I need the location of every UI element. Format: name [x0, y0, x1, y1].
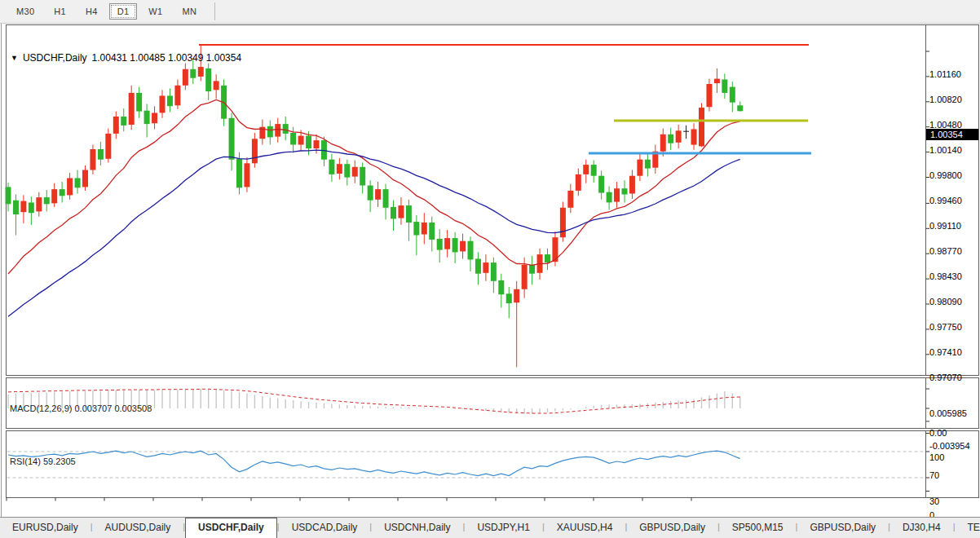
bottom-tab-tech100-h1[interactable]: TECH100,H1 — [956, 518, 980, 538]
timeframe-button-d1[interactable]: D1 — [109, 3, 138, 20]
macd-tick-label: 0.00 — [929, 428, 947, 438]
current-price-tag: 1.00354 — [926, 129, 978, 140]
rsi-indicator-label: RSI(14) 59.2305 — [10, 456, 76, 466]
symbol-dropdown-icon[interactable]: ▼ — [11, 55, 18, 62]
bottom-tab-eurusd-daily[interactable]: EURUSD,Daily — [0, 518, 90, 538]
bottom-tab-dj30-h4[interactable]: DJ30,H4 — [890, 518, 953, 538]
window-left-border — [1, 24, 2, 517]
bottom-tab-sp500-m15[interactable]: SP500,M15 — [720, 518, 796, 538]
price-tick-label: 1.00140 — [929, 145, 962, 155]
price-tick-label: 0.98090 — [929, 297, 962, 306]
chart-ohlc-values: 1.00431 1.00485 1.00349 1.00354 — [92, 52, 242, 64]
price-tick-label: 1.01160 — [929, 69, 961, 79]
bottom-tab-usdchf-daily[interactable]: USDCHF,Daily — [185, 518, 277, 538]
timeframe-button-m30[interactable]: M30 — [8, 3, 42, 20]
price-tick-label: 1.00820 — [929, 95, 962, 104]
price-tick-label: 0.99460 — [929, 196, 962, 205]
price-tick-label: 0.97410 — [929, 347, 962, 357]
bottom-tab-gbpusd-daily[interactable]: GBPUSD,Daily — [627, 518, 717, 538]
rsi-tick-label: 70 — [929, 470, 939, 480]
timeframe-button-h1[interactable]: H1 — [46, 3, 74, 20]
chart-canvas[interactable] — [0, 24, 980, 517]
bottom-tab-usdcad-daily[interactable]: USDCAD,Daily — [280, 518, 370, 538]
macd-tick-label: 0.005985 — [929, 408, 967, 418]
toolbar-separator — [214, 2, 215, 20]
timeframe-button-w1[interactable]: W1 — [140, 3, 170, 20]
bottom-tab-audusd-daily[interactable]: AUDUSD,Daily — [93, 518, 183, 538]
timeframe-button-mn[interactable]: MN — [174, 3, 205, 20]
price-tick-label: 0.97750 — [929, 322, 962, 332]
timeframe-button-h4[interactable]: H4 — [77, 3, 106, 20]
price-tick-label: 0.99110 — [929, 221, 961, 231]
price-tick-label: 0.97070 — [929, 373, 962, 382]
price-tick-label: 0.99800 — [929, 170, 962, 180]
main-panel — [7, 25, 979, 376]
rsi-tick-label: 30 — [929, 496, 939, 506]
chart-title: ▼ USDCHF,Daily 1.00431 1.00485 1.00349 1… — [11, 52, 241, 64]
bottom-tab-usdcnh-daily[interactable]: USDCNH,Daily — [372, 518, 462, 538]
chart-area[interactable]: ▼ USDCHF,Daily 1.00431 1.00485 1.00349 1… — [0, 24, 980, 517]
macd-tick-label: -0.003954 — [929, 441, 970, 451]
bottom-tab-usdjpy-h1[interactable]: USDJPY,H1 — [465, 518, 541, 538]
chart-tab-bar: EURUSD,Daily|AUDUSD,Daily|USDCHF,Daily|U… — [0, 517, 980, 538]
macd-indicator-label: MACD(12,26,9) 0.003707 0.003508 — [10, 404, 152, 413]
bottom-tab-xauusd-h4[interactable]: XAUUSD,H4 — [545, 518, 625, 538]
timeframe-toolbar: M30H1H4D1W1MN — [0, 0, 980, 24]
rsi-panel — [7, 431, 979, 498]
bottom-tab-gbpusd-daily[interactable]: GBPUSD,Daily — [797, 518, 888, 538]
price-tick-label: 0.98770 — [929, 246, 962, 256]
price-tick-label: 0.98430 — [929, 271, 962, 281]
chart-symbol-label: USDCHF,Daily — [23, 52, 87, 64]
macd-panel — [7, 378, 979, 429]
rsi-tick-label: 100 — [929, 452, 944, 462]
